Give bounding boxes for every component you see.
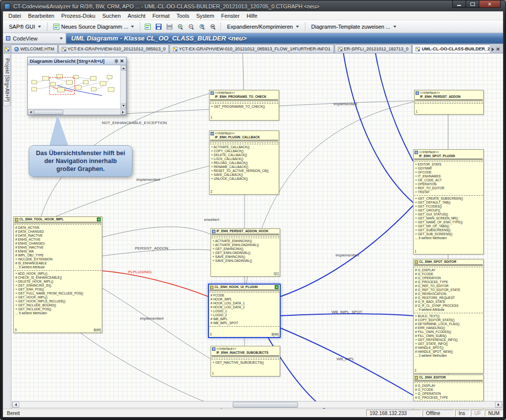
scroll-left-button[interactable] — [28, 110, 33, 115]
scroll-down-button[interactable] — [121, 103, 126, 108]
maximize-button[interactable] — [465, 0, 479, 8]
interface-icon — [212, 347, 215, 351]
uml-class-if-enh-persist-addon-hook[interactable]: IF_ENH_PERSIST_ADDON_HOOK+ ACTIVATE_ENHI… — [211, 228, 280, 277]
class-attribute: # G_DISPLAY — [414, 268, 483, 272]
uml-class-if-enh-spot-plugin[interactable]: <<interface>>IF_ENH_SPOT_PLUGIN+ EDITOR_… — [413, 149, 484, 254]
scrollbar-track[interactable] — [19, 402, 495, 408]
class-attribute: # G_REINVOCATION — [414, 292, 483, 296]
save-button[interactable] — [153, 22, 164, 32]
uml-class-cl-enh-tool-hook-impl[interactable]: CL_ENH_TOOL_HOOK_IMPL# DATA_ACTIVE# DATA… — [13, 216, 102, 333]
menu-ansicht[interactable]: Ansicht — [124, 12, 149, 19]
status-ip: 192.168.132.233 — [366, 410, 422, 417]
menu-prozess-doku[interactable]: Prozess-Doku — [58, 12, 99, 19]
uml-class-cl-enh-spot-editor[interactable]: CL_ENH_SPOT_EDITOR# G_DISPLAY# G_FCODE# … — [413, 259, 484, 374]
menu-system[interactable]: System — [193, 12, 218, 19]
menu-fenster[interactable]: Fenster — [218, 12, 243, 19]
menu-hilfe[interactable]: Hilfe — [243, 12, 261, 19]
tab-uml-cl-oo-class-builder-20121013-120705-0[interactable]: UML-CL-OO-CLASS-BUILDER_20121013_120705_… — [412, 44, 489, 53]
member-separator — [211, 358, 279, 358]
overview-vertical-scrollbar[interactable] — [120, 65, 126, 109]
app-icon — [4, 3, 10, 9]
zoom-fit-button[interactable] — [208, 22, 218, 32]
class-method: # DETERMINE_LOCK_FLAG() — [414, 322, 483, 326]
header-separator — [14, 222, 101, 223]
assign-template-button[interactable]: Diagramm-Template zuweisen ... — [307, 22, 400, 32]
project-panel-tab[interactable]: Projekt [Strg+Alt+P] — [3, 54, 11, 106]
overview-window[interactable]: Diagramm Übersicht [Strg+Alt+U] ✕ — [27, 57, 126, 115]
diagram-canvas[interactable]: <<interface>>IF_ENH_PROGRAMS_TO_CHECK+ G… — [11, 53, 503, 409]
scrollbar-thumb[interactable] — [34, 110, 63, 115]
overview-minimap[interactable] — [28, 65, 120, 109]
sap-gui-label: SAP® GUI — [9, 24, 35, 30]
sap-gui-button[interactable]: SAP® GUI — [5, 22, 45, 32]
scroll-right-button[interactable] — [495, 402, 502, 408]
print-button[interactable] — [164, 22, 175, 32]
close-button[interactable]: × — [479, 0, 501, 8]
pin-icon[interactable] — [114, 59, 119, 64]
class-footer: 2 — [210, 190, 279, 194]
expand-icon[interactable] — [275, 285, 279, 289]
overview-horizontal-scrollbar[interactable] — [28, 109, 126, 115]
doc-button[interactable] — [142, 22, 153, 32]
footer-left-count: 1 — [212, 372, 214, 376]
menu-datei[interactable]: Datei — [5, 12, 25, 19]
menu-tools[interactable]: Tools — [173, 12, 193, 19]
tab-yct-ex-graphview-010-20121012-085913-flow-1-further-info1[interactable]: YCT-EX-GRAPHVIEW-010_20121012_085913_FLO… — [169, 44, 334, 53]
overview-title: Diagramm Übersicht [Strg+Alt+U] — [30, 58, 105, 64]
print-icon — [167, 24, 172, 30]
class-attribute: + LOGID_2 — [209, 313, 280, 317]
codeview-dropdown[interactable]: CodeView — [3, 33, 66, 43]
class-footer: 1 — [211, 372, 280, 376]
class-attribute: # G_PROCESS_TYPE — [414, 396, 483, 400]
zoom-in-button[interactable] — [175, 22, 186, 32]
tab-yct-ex-graphview-010-20121012-085913-0[interactable]: YCT-EX-GRAPHVIEW-010_20121012_085913_0 — [58, 44, 169, 53]
class-icon — [415, 376, 418, 379]
class-method: + DELETE_CALLBACK() — [210, 153, 279, 157]
expand-collapse-button[interactable]: Expandieren/Komprimieren — [223, 22, 302, 32]
member-separator — [210, 326, 279, 327]
class-footer: 28[49] — [209, 333, 280, 337]
zoom-page-button[interactable] — [197, 22, 208, 32]
tab-welcome-htm[interactable]: WELCOME.HTM — [11, 44, 58, 53]
zoom-page-icon — [199, 24, 205, 30]
class-attribute: ... 9 weitere Attribute — [414, 308, 483, 312]
toolbar-separator — [47, 22, 47, 31]
class-footer: 1 — [415, 110, 483, 114]
graph-icon — [62, 47, 66, 51]
scroll-right-button[interactable] — [121, 110, 126, 115]
tab-er-spfli-20121012-182713-0[interactable]: ER-SPFLI_20121012_182713_0 — [335, 44, 412, 53]
new-source-diagram-button[interactable]: Neues Source Diagramm ... — [49, 22, 138, 32]
class-attribute: + OK_CODE_ACT — [414, 178, 483, 182]
class-header: <<interface>>IF_ENH_SPOT_PLUGIN — [414, 150, 483, 158]
scroll-left-button[interactable] — [12, 402, 19, 408]
hint-callout-text: Das Übersichtsfenster hilft bei der Navi… — [35, 149, 126, 173]
class-header: CL_ENH_SPOT_EDITOR — [414, 259, 483, 264]
expand-icon[interactable] — [97, 217, 101, 221]
minimize-button[interactable] — [452, 0, 466, 8]
menu-bearbeiten[interactable]: Bearbeiten — [25, 12, 58, 19]
stereotype-label: <<interface>> — [419, 150, 482, 154]
class-method: + SAVE_ENHLOADINVAL() — [211, 259, 280, 263]
uml-class-if-enh-plugin-callback[interactable]: <<interface>>IF_ENH_PLUGIN_CALLBACK+ ACT… — [209, 130, 279, 195]
tab-close-button[interactable]: ✕ — [496, 47, 500, 52]
scroll-up-button[interactable] — [121, 66, 126, 71]
canvas-horizontal-scrollbar[interactable] — [12, 401, 503, 408]
menu-suchen[interactable]: Suchen — [99, 12, 124, 19]
overview-title-bar[interactable]: Diagramm Übersicht [Strg+Alt+U] ✕ — [28, 57, 126, 65]
uml-class-if-enh-programs-to-check[interactable]: <<interface>>IF_ENH_PROGRAMS_TO_CHECK+ G… — [209, 90, 279, 121]
title-bar[interactable]: CT-Codeview&Analyzer für R/3®, BW, CRM, … — [0, 0, 506, 11]
menu-format[interactable]: Format — [149, 12, 173, 19]
scrollbar-thumb[interactable] — [233, 402, 298, 408]
uml-class-if-enh-persist-addon[interactable]: <<interface>>IF_ENH_PERSIST_ADDON1 — [414, 90, 484, 115]
overview-close-icon[interactable]: ✕ — [120, 59, 124, 64]
footer-right-count: 8[49] — [272, 333, 279, 337]
uml-class-if-enh-inactive-subobjects[interactable]: <<interface>>IF_ENH_INACTIVE_SUBOBJECTS+… — [211, 346, 280, 377]
uml-class-cl-enh-hook-ui-plugin[interactable]: CL_ENH_HOOK_UI_PLUGIN# FCODE# HOOK_IMPL#… — [208, 284, 281, 338]
class-method: + ACTIVATE_ENHLOADINVAL() — [211, 243, 280, 247]
status-bar: Bereit 192.168.132.233 Offline Ins UF NU… — [3, 409, 503, 417]
member-separator — [415, 103, 483, 104]
new-diagram-icon — [53, 24, 59, 30]
edge-label: NOT_ENHANCEABLE_EXCEPTION — [102, 121, 167, 125]
tab-scroll-right-button[interactable] — [492, 47, 494, 51]
zoom-out-button[interactable] — [186, 22, 197, 32]
